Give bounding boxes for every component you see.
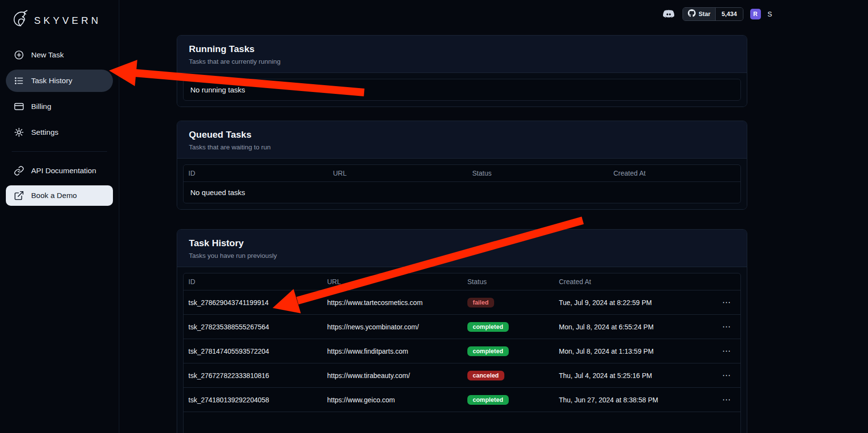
row-menu-icon[interactable]: ⋯ [713,290,740,314]
queued-tasks-subtitle: Tasks that are waiting to run [189,144,735,151]
queued-tasks-title: Queued Tasks [189,129,735,140]
task-history-subtitle: Tasks you have run previously [189,252,735,259]
status-badge: completed [467,322,509,332]
task-url: https://news.ycombinator.com/ [322,316,462,338]
topbar: Star 5,434 R S [662,7,772,21]
plus-circle-icon [14,50,24,60]
task-url: https://www.geico.com [322,389,462,411]
sidebar-item-billing[interactable]: Billing [6,95,113,118]
task-id: tsk_276727822333810816 [184,365,322,386]
running-tasks-header: Running Tasks Tasks that are currently r… [177,36,747,73]
list-icon [14,75,24,86]
task-history-header: Task History Tasks you have run previous… [177,230,747,267]
table-header-row: ID URL Status Created At [184,273,740,290]
sidebar-item-label: Task History [31,76,72,85]
truncated-user-text: S [768,10,772,18]
running-tasks-empty: No running tasks [184,79,740,100]
task-url: https://www.tirabeauty.com/ [322,365,462,386]
link-icon [14,165,24,176]
task-created-at: Thu, Jun 27, 2024 at 8:38:58 PM [554,389,713,411]
col-header-id: ID [184,165,328,181]
task-url: https://www.tartecosmetics.com [322,292,462,313]
task-created-at: Mon, Jul 8, 2024 at 1:13:59 PM [554,341,713,362]
task-created-at: Tue, Jul 9, 2024 at 8:22:59 PM [554,292,713,313]
col-header-url: URL [322,273,462,290]
github-star-label: Star [699,11,710,18]
table-row[interactable]: tsk_278235388555267564 https://news.ycom… [184,314,740,339]
sidebar: SKYVERN New Task Task History [0,0,119,433]
table-header-row: ID URL Status Created At [184,165,740,181]
github-icon [688,9,696,19]
skyvern-dragon-icon [9,9,30,32]
queued-tasks-empty: No queued tasks [184,182,740,203]
col-header-id: ID [184,273,322,290]
sidebar-divider [12,151,107,152]
running-tasks-card: Running Tasks Tasks that are currently r… [177,35,747,107]
user-avatar[interactable]: R [750,9,761,19]
github-star-count: 5,434 [715,8,742,20]
task-url: https://www.finditparts.com [322,341,462,362]
table-row[interactable]: tsk_274180139292204058 https://www.geico… [184,387,740,412]
col-header-created-at: Created At [609,165,740,181]
queued-tasks-header: Queued Tasks Tasks that are waiting to r… [177,121,747,159]
running-tasks-table: No running tasks [183,79,741,101]
gear-icon [14,127,24,138]
row-menu-icon[interactable]: ⋯ [713,388,740,412]
sidebar-item-new-task[interactable]: New Task [6,44,113,66]
sidebar-item-label: API Documentation [31,166,96,175]
col-header-status: Status [462,273,554,290]
github-star-left: Star [683,8,715,20]
sidebar-item-settings[interactable]: Settings [6,121,113,144]
sidebar-item-label: Settings [31,128,58,137]
task-created-at: Thu, Jul 4, 2024 at 5:25:16 PM [554,365,713,386]
sidebar-item-label: New Task [31,51,64,59]
external-link-icon [14,190,24,201]
sidebar-nav: New Task Task History Billing [0,40,119,206]
task-id: tsk_274180139292204058 [184,389,322,411]
queued-tasks-table: ID URL Status Created At No queued tasks [183,164,741,203]
status-badge: completed [467,346,509,356]
table-filler [184,412,740,433]
skyvern-logo[interactable]: SKYVERN [0,7,119,40]
table-row[interactable]: tsk_278629043741199914 https://www.tarte… [184,290,740,314]
row-menu-icon[interactable]: ⋯ [713,339,740,363]
discord-icon[interactable] [662,7,676,21]
status-badge: completed [467,395,509,405]
task-history-title: Task History [189,238,735,249]
brand-name: SKYVERN [34,15,101,26]
queued-tasks-card: Queued Tasks Tasks that are waiting to r… [177,121,747,210]
status-badge: canceled [467,371,504,380]
col-header-status: Status [467,165,609,181]
col-header-created-at: Created At [554,273,713,290]
col-header-url: URL [328,165,467,181]
sidebar-item-label: Billing [31,102,51,111]
row-menu-icon[interactable]: ⋯ [713,315,740,339]
task-id: tsk_278147405593572204 [184,341,322,362]
task-id: tsk_278629043741199914 [184,292,322,313]
task-created-at: Mon, Jul 8, 2024 at 6:55:24 PM [554,316,713,338]
status-badge: failed [467,298,494,307]
book-a-demo-button[interactable]: Book a Demo [6,185,113,206]
sidebar-item-label: Book a Demo [31,191,77,200]
row-menu-icon[interactable]: ⋯ [713,363,740,387]
main-area: Running Tasks Tasks that are currently r… [119,0,868,433]
task-history-card: Task History Tasks you have run previous… [177,229,747,433]
sidebar-item-task-history[interactable]: Task History [6,70,113,92]
task-history-table: ID URL Status Created At tsk_27862904374… [183,273,741,433]
running-tasks-subtitle: Tasks that are currently running [189,58,735,65]
running-tasks-title: Running Tasks [189,44,735,54]
table-row[interactable]: tsk_278147405593572204 https://www.findi… [184,339,740,363]
col-header-actions [713,277,740,286]
sidebar-item-api-documentation[interactable]: API Documentation [6,160,113,182]
task-id: tsk_278235388555267564 [184,316,322,338]
table-row[interactable]: tsk_276727822333810816 https://www.tirab… [184,363,740,387]
credit-card-icon [14,101,24,112]
github-star-button[interactable]: Star 5,434 [683,7,743,21]
